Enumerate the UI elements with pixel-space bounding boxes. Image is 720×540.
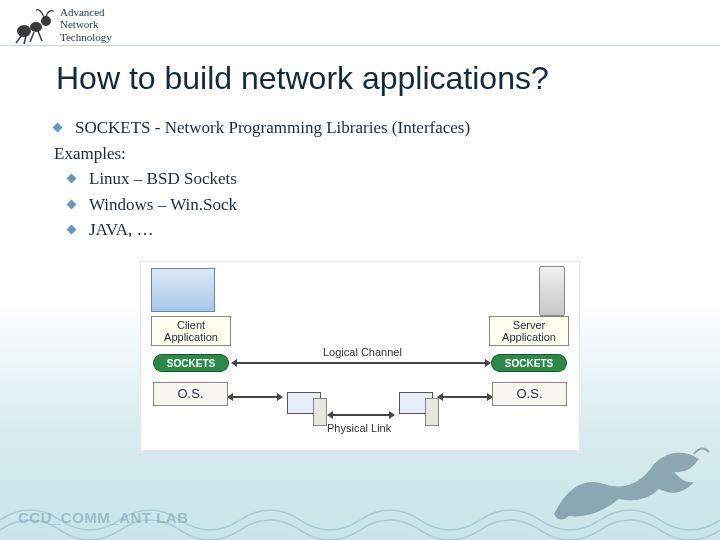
physical-arrow-icon xyxy=(333,414,389,416)
server-host-arrow-icon xyxy=(443,396,487,398)
example-item: Windows – Win.Sock xyxy=(68,192,680,218)
physical-link-label: Physical Link xyxy=(327,422,391,434)
client-host-arrow-icon xyxy=(233,396,277,398)
svg-point-0 xyxy=(17,25,31,37)
client-app-box: Client Application xyxy=(151,316,231,346)
header-line3: Technology xyxy=(60,31,112,44)
client-os-box: O.S. xyxy=(153,382,228,406)
logical-arrow-icon xyxy=(237,362,485,364)
ant-logo-icon xyxy=(8,5,56,45)
server-socket-box: SOCKETS xyxy=(491,354,567,372)
header-line1: Advanced xyxy=(60,6,112,19)
svg-point-2 xyxy=(41,16,51,26)
server-app-label: Server Application xyxy=(502,319,556,343)
client-pc-icon xyxy=(281,392,327,432)
header-title: Advanced Network Technology xyxy=(60,6,112,44)
example-item: Linux – BSD Sockets xyxy=(68,166,680,192)
server-app-box: Server Application xyxy=(489,316,569,346)
socket-diagram: Client Application Server Application SO… xyxy=(140,261,580,451)
bullet-icon xyxy=(67,225,77,235)
example-text: JAVA, … xyxy=(89,217,154,243)
server-rack-icon xyxy=(539,266,565,316)
header-line2: Network xyxy=(60,18,112,31)
bullet-icon xyxy=(67,174,77,184)
header: Advanced Network Technology xyxy=(0,0,720,46)
content-body: SOCKETS - Network Programming Libraries … xyxy=(0,115,720,243)
example-text: Windows – Win.Sock xyxy=(89,192,237,218)
client-app-label: Client Application xyxy=(164,319,218,343)
svg-point-1 xyxy=(30,22,42,32)
browser-thumbnail-icon xyxy=(151,268,215,312)
bullet-icon xyxy=(53,123,63,133)
server-pc-icon xyxy=(393,392,439,432)
dragon-decoration-icon xyxy=(534,434,714,534)
example-item: JAVA, … xyxy=(68,217,680,243)
footer-lab-label: CCU_COMM_ANT LAB xyxy=(18,509,189,526)
client-socket-box: SOCKETS xyxy=(153,354,229,372)
logical-channel-label: Logical Channel xyxy=(323,346,402,358)
page-title: How to build network applications? xyxy=(0,46,720,115)
bullet-main: SOCKETS - Network Programming Libraries … xyxy=(54,115,680,141)
bullet-main-text: SOCKETS - Network Programming Libraries … xyxy=(75,115,470,141)
examples-label: Examples: xyxy=(54,141,680,167)
bullet-icon xyxy=(67,199,77,209)
example-text: Linux – BSD Sockets xyxy=(89,166,237,192)
server-os-box: O.S. xyxy=(492,382,567,406)
